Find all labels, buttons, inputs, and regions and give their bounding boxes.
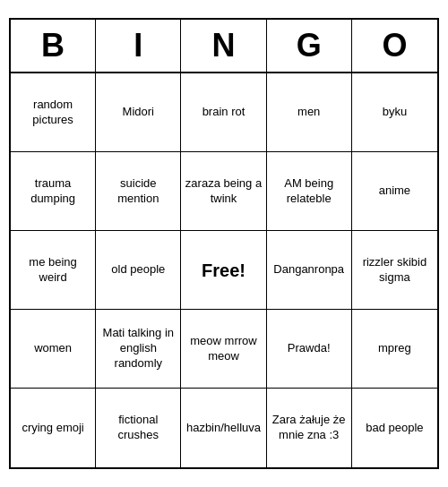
bingo-cell-13: Danganronpa xyxy=(267,231,352,310)
bingo-cell-3: men xyxy=(267,73,352,152)
bingo-cell-24: bad people xyxy=(352,389,437,467)
bingo-header-letter-i: I xyxy=(96,20,181,72)
bingo-header-letter-g: G xyxy=(267,20,352,72)
bingo-cell-4: byku xyxy=(352,73,437,152)
bingo-cell-7: zaraza being a twink xyxy=(181,152,266,231)
bingo-cell-23: Zara żałuje że mnie zna :3 xyxy=(267,389,352,467)
bingo-header-letter-b: B xyxy=(11,20,96,72)
bingo-cell-10: me being weird xyxy=(11,231,96,310)
bingo-cell-14: rizzler skibid sigma xyxy=(352,231,437,310)
bingo-cell-16: Mati talking in english randomly xyxy=(96,310,181,389)
bingo-cell-9: anime xyxy=(352,152,437,231)
bingo-cell-21: fictional crushes xyxy=(96,389,181,467)
bingo-cell-1: Midori xyxy=(96,73,181,152)
bingo-cell-18: Prawda! xyxy=(267,310,352,389)
bingo-header: BINGO xyxy=(11,20,437,73)
bingo-cell-11: old people xyxy=(96,231,181,310)
bingo-cell-20: crying emoji xyxy=(11,389,96,467)
bingo-cell-0: random pictures xyxy=(11,73,96,152)
bingo-grid: random picturesMidoribrain rotmenbykutra… xyxy=(11,73,437,467)
bingo-cell-12: Free! xyxy=(181,231,266,310)
bingo-header-letter-o: O xyxy=(352,20,437,72)
bingo-cell-6: suicide mention xyxy=(96,152,181,231)
bingo-cell-22: hazbin/helluva xyxy=(181,389,266,467)
bingo-cell-2: brain rot xyxy=(181,73,266,152)
bingo-cell-5: trauma dumping xyxy=(11,152,96,231)
bingo-cell-17: meow mrrow meow xyxy=(181,310,266,389)
bingo-card: BINGO random picturesMidoribrain rotmenb… xyxy=(9,18,439,469)
bingo-cell-8: AM being relateble xyxy=(267,152,352,231)
bingo-header-letter-n: N xyxy=(181,20,266,72)
bingo-cell-15: women xyxy=(11,310,96,389)
bingo-cell-19: mpreg xyxy=(352,310,437,389)
